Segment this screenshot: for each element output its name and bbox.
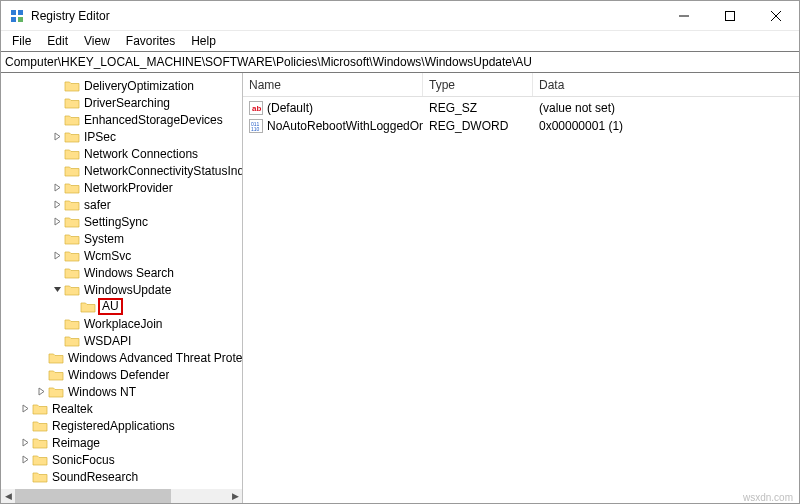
menu-view[interactable]: View <box>77 32 117 50</box>
address-text: Computer\HKEY_LOCAL_MACHINE\SOFTWARE\Pol… <box>5 55 532 69</box>
tree-node-label[interactable]: AU <box>98 298 123 315</box>
address-bar[interactable]: Computer\HKEY_LOCAL_MACHINE\SOFTWARE\Pol… <box>1 51 799 73</box>
list-row[interactable]: 011110NoAutoRebootWithLoggedOnU...REG_DW… <box>243 117 799 135</box>
maximize-button[interactable] <box>707 1 753 31</box>
menubar: File Edit View Favorites Help <box>1 31 799 51</box>
tree-node-label[interactable]: Windows Search <box>84 266 174 280</box>
tree-node-label[interactable]: SonicFocus <box>52 453 115 467</box>
tree-node-label[interactable]: WorkplaceJoin <box>84 317 162 331</box>
folder-icon <box>48 351 64 365</box>
tree-node[interactable]: EnhancedStorageDevices <box>1 111 242 128</box>
tree-node[interactable]: Windows NT <box>1 383 242 400</box>
expand-icon[interactable] <box>19 437 31 449</box>
folder-icon <box>64 283 80 297</box>
tree-node[interactable]: safer <box>1 196 242 213</box>
tree-node[interactable]: Windows Search <box>1 264 242 281</box>
tree-node-label[interactable]: Network Connections <box>84 147 198 161</box>
cell-name: 011110NoAutoRebootWithLoggedOnU... <box>243 119 423 133</box>
tree-node-label[interactable]: EnhancedStorageDevices <box>84 113 223 127</box>
svg-rect-3 <box>18 17 23 22</box>
tree-node-label[interactable]: Windows Advanced Threat Protection <box>68 351 242 365</box>
tree-node-label[interactable]: RegisteredApplications <box>52 419 175 433</box>
scroll-right-button[interactable]: ▶ <box>228 489 242 503</box>
tree-node[interactable]: SonicFocus <box>1 451 242 468</box>
tree-node[interactable]: Reimage <box>1 434 242 451</box>
menu-edit[interactable]: Edit <box>40 32 75 50</box>
menu-file[interactable]: File <box>5 32 38 50</box>
tree-node-label[interactable]: WcmSvc <box>84 249 131 263</box>
expand-icon[interactable] <box>35 386 47 398</box>
tree-node-label[interactable]: NetworkProvider <box>84 181 173 195</box>
tree-node[interactable]: NetworkConnectivityStatusIndicator <box>1 162 242 179</box>
tree-node-label[interactable]: WSDAPI <box>84 334 131 348</box>
svg-rect-0 <box>11 10 16 15</box>
tree-node-label[interactable]: System <box>84 232 124 246</box>
minimize-button[interactable] <box>661 1 707 31</box>
tree-node[interactable]: AU <box>1 298 242 315</box>
horizontal-scrollbar[interactable]: ◀ ▶ <box>1 489 242 503</box>
tree-node-label[interactable]: safer <box>84 198 111 212</box>
titlebar: Registry Editor <box>1 1 799 31</box>
tree-node[interactable]: DriverSearching <box>1 94 242 111</box>
tree-node-label[interactable]: SettingSync <box>84 215 148 229</box>
folder-icon <box>64 130 80 144</box>
tree-node[interactable]: RegisteredApplications <box>1 417 242 434</box>
tree-node[interactable]: DeliveryOptimization <box>1 77 242 94</box>
tree-node-label[interactable]: NetworkConnectivityStatusIndicator <box>84 164 242 178</box>
tree-node[interactable]: Windows Defender <box>1 366 242 383</box>
expand-icon[interactable] <box>51 250 63 262</box>
folder-icon <box>48 385 64 399</box>
tree-node[interactable]: WSDAPI <box>1 332 242 349</box>
collapse-icon[interactable] <box>51 284 63 296</box>
content-area: DeliveryOptimizationDriverSearchingEnhan… <box>1 73 799 503</box>
expand-icon[interactable] <box>51 182 63 194</box>
tree-node-label[interactable]: IPSec <box>84 130 116 144</box>
no-expand-icon <box>19 420 31 432</box>
binary-value-icon: 011110 <box>249 119 263 133</box>
folder-icon <box>64 164 80 178</box>
expand-icon[interactable] <box>51 216 63 228</box>
list-row[interactable]: ab(Default)REG_SZ(value not set) <box>243 99 799 117</box>
list-pane: Name Type Data ab(Default)REG_SZ(value n… <box>243 73 799 503</box>
no-expand-icon <box>51 165 63 177</box>
column-header-data[interactable]: Data <box>533 73 799 96</box>
tree-node-label[interactable]: WindowsUpdate <box>84 283 171 297</box>
column-header-name[interactable]: Name <box>243 73 423 96</box>
list-body[interactable]: ab(Default)REG_SZ(value not set)011110No… <box>243 97 799 503</box>
expand-icon[interactable] <box>51 199 63 211</box>
tree-node[interactable]: Network Connections <box>1 145 242 162</box>
tree-node[interactable]: Realtek <box>1 400 242 417</box>
no-expand-icon <box>35 352 47 364</box>
tree-node-label[interactable]: Windows NT <box>68 385 136 399</box>
tree-node-label[interactable]: Realtek <box>52 402 93 416</box>
scroll-left-button[interactable]: ◀ <box>1 489 15 503</box>
tree-node[interactable]: Windows Advanced Threat Protection <box>1 349 242 366</box>
tree-node[interactable]: WcmSvc <box>1 247 242 264</box>
tree-node[interactable]: NetworkProvider <box>1 179 242 196</box>
expand-icon[interactable] <box>51 131 63 143</box>
tree-pane[interactable]: DeliveryOptimizationDriverSearchingEnhan… <box>1 73 243 503</box>
tree-node[interactable]: IPSec <box>1 128 242 145</box>
tree-node-label[interactable]: DeliveryOptimization <box>84 79 194 93</box>
tree-node[interactable]: SoundResearch <box>1 468 242 485</box>
expand-icon[interactable] <box>19 454 31 466</box>
menu-favorites[interactable]: Favorites <box>119 32 182 50</box>
tree-node[interactable]: WindowsUpdate <box>1 281 242 298</box>
tree-node[interactable]: SettingSync <box>1 213 242 230</box>
tree: DeliveryOptimizationDriverSearchingEnhan… <box>1 77 242 503</box>
scroll-thumb[interactable] <box>15 489 171 503</box>
tree-node[interactable]: System <box>1 230 242 247</box>
menu-help[interactable]: Help <box>184 32 223 50</box>
tree-node-label[interactable]: DriverSearching <box>84 96 170 110</box>
svg-rect-2 <box>11 17 16 22</box>
expand-icon[interactable] <box>19 403 31 415</box>
no-expand-icon <box>51 97 63 109</box>
tree-node-label[interactable]: SoundResearch <box>52 470 138 484</box>
tree-node[interactable]: WorkplaceJoin <box>1 315 242 332</box>
close-button[interactable] <box>753 1 799 31</box>
tree-node-label[interactable]: Windows Defender <box>68 368 169 382</box>
tree-node-label[interactable]: Reimage <box>52 436 100 450</box>
scroll-track[interactable] <box>15 489 228 503</box>
column-header-type[interactable]: Type <box>423 73 533 96</box>
app-icon <box>9 8 25 24</box>
